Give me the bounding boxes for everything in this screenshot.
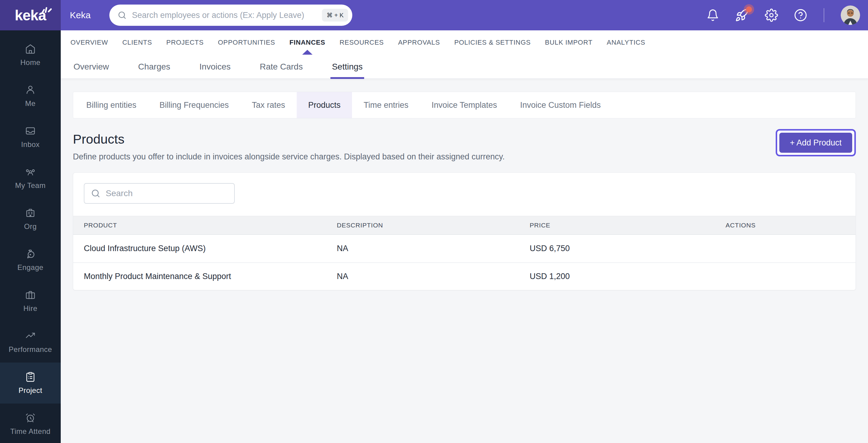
cell-price: USD 1,200 bbox=[530, 272, 725, 281]
cell-product: Cloud Infrastructure Setup (AWS) bbox=[84, 244, 337, 253]
settab-billing-frequencies[interactable]: Billing Frequencies bbox=[148, 92, 240, 118]
topbar-divider bbox=[824, 8, 824, 22]
main-area: OVERVIEW CLIENTS PROJECTS OPPORTUNITIES … bbox=[61, 30, 868, 443]
sidebar-item-time-attend[interactable]: Time Attend bbox=[0, 404, 61, 443]
search-icon bbox=[91, 188, 101, 198]
products-search-input[interactable] bbox=[106, 189, 228, 198]
column-header-description: DESCRIPTION bbox=[337, 222, 530, 229]
sidebar-item-me[interactable]: Me bbox=[0, 75, 61, 117]
bell-icon[interactable] bbox=[706, 9, 719, 22]
user-icon bbox=[25, 85, 36, 95]
sidebar-item-label: Engage bbox=[17, 263, 43, 272]
sidebar-item-label: Project bbox=[19, 386, 42, 395]
add-product-button[interactable]: + Add Product bbox=[779, 133, 852, 153]
sidebar-item-label: My Team bbox=[15, 181, 45, 190]
page-head-text: Products Define products you offer to in… bbox=[73, 132, 505, 161]
settab-tax-rates[interactable]: Tax rates bbox=[240, 92, 297, 118]
settings-tab-strip: Billing entities Billing Frequencies Tax… bbox=[73, 92, 856, 119]
column-header-product: PRODUCT bbox=[84, 222, 337, 229]
products-search[interactable] bbox=[84, 183, 235, 204]
page-description: Define products you offer to include in … bbox=[73, 152, 505, 161]
user-avatar[interactable] bbox=[841, 5, 860, 25]
help-icon[interactable] bbox=[794, 8, 807, 22]
notification-dot bbox=[746, 6, 752, 12]
products-table-header: PRODUCT DESCRIPTION PRICE ACTIONS bbox=[73, 216, 856, 235]
sidebar-item-inbox[interactable]: Inbox bbox=[0, 117, 61, 158]
sidebar-item-label: Performance bbox=[9, 345, 52, 354]
app-title: Keka bbox=[70, 10, 91, 20]
sidebar-item-org[interactable]: Org bbox=[0, 198, 61, 240]
settab-products[interactable]: Products bbox=[297, 92, 352, 118]
sidebar-item-engage[interactable]: Engage bbox=[0, 240, 61, 281]
cell-price: USD 6,750 bbox=[530, 244, 725, 253]
tab-bulk-import[interactable]: BULK IMPORT bbox=[545, 30, 592, 55]
products-panel: PRODUCT DESCRIPTION PRICE ACTIONS Cloud … bbox=[73, 172, 856, 290]
tab-finances-label: FINANCES bbox=[289, 38, 325, 46]
briefcase-icon bbox=[25, 289, 36, 300]
settab-billing-entities[interactable]: Billing entities bbox=[75, 92, 148, 118]
column-header-price: PRICE bbox=[530, 222, 725, 229]
sidebar-item-label: Org bbox=[24, 222, 37, 231]
tab-overview[interactable]: OVERVIEW bbox=[70, 30, 108, 55]
tab-analytics[interactable]: ANALYTICS bbox=[607, 30, 645, 55]
global-search-input[interactable] bbox=[132, 11, 322, 20]
page-title: Products bbox=[73, 132, 505, 147]
trending-up-icon bbox=[25, 330, 36, 341]
global-search[interactable]: ⌘ + K bbox=[109, 5, 352, 26]
active-tab-arrow bbox=[302, 50, 312, 55]
cell-description: NA bbox=[337, 244, 530, 253]
settab-invoice-custom-fields[interactable]: Invoice Custom Fields bbox=[509, 92, 613, 118]
subtab-settings[interactable]: Settings bbox=[332, 55, 363, 79]
sidebar-item-home[interactable]: Home bbox=[0, 35, 61, 75]
sidebar-item-project[interactable]: Project bbox=[0, 362, 61, 404]
home-icon bbox=[25, 43, 36, 54]
tab-projects[interactable]: PROJECTS bbox=[166, 30, 204, 55]
sidebar-item-hire[interactable]: Hire bbox=[0, 281, 61, 321]
sidebar-item-label: Home bbox=[20, 58, 40, 67]
settab-time-entries[interactable]: Time entries bbox=[352, 92, 420, 118]
search-icon bbox=[117, 10, 127, 20]
table-row[interactable]: Cloud Infrastructure Setup (AWS) NA USD … bbox=[73, 235, 856, 262]
add-product-highlight-ring: + Add Product bbox=[776, 129, 856, 156]
team-icon bbox=[25, 166, 36, 177]
alarm-clock-icon bbox=[25, 412, 36, 423]
active-subtab-indicator bbox=[331, 77, 364, 79]
page-head: Products Define products you offer to in… bbox=[73, 132, 856, 161]
settab-invoice-templates[interactable]: Invoice Templates bbox=[420, 92, 509, 118]
sidebar-item-my-team[interactable]: My Team bbox=[0, 158, 61, 198]
subtab-invoices[interactable]: Invoices bbox=[199, 55, 231, 79]
sidebar-item-label: Me bbox=[25, 99, 35, 108]
tab-clients[interactable]: CLIENTS bbox=[122, 30, 152, 55]
tab-finances[interactable]: FINANCES bbox=[289, 30, 325, 55]
column-header-actions: ACTIONS bbox=[725, 222, 856, 229]
app-window: keka Keka ⌘ + K bbox=[0, 0, 868, 443]
rocket-icon[interactable] bbox=[735, 8, 749, 22]
subtab-settings-label: Settings bbox=[332, 62, 363, 72]
cell-product: Monthly Product Maintenance & Support bbox=[84, 272, 337, 281]
inbox-icon bbox=[25, 125, 36, 136]
logo-spark-icon bbox=[40, 4, 52, 14]
keka-logo[interactable]: keka bbox=[0, 0, 61, 30]
sidebar-item-performance[interactable]: Performance bbox=[0, 321, 61, 362]
tab-approvals[interactable]: APPROVALS bbox=[398, 30, 440, 55]
engage-chat-icon bbox=[25, 248, 36, 259]
finances-sub-nav: Overview Charges Invoices Rate Cards Set… bbox=[61, 55, 868, 79]
subtab-charges[interactable]: Charges bbox=[138, 55, 170, 79]
sidebar-item-label: Inbox bbox=[21, 140, 39, 149]
subtab-rate-cards[interactable]: Rate Cards bbox=[260, 55, 303, 79]
table-row[interactable]: Monthly Product Maintenance & Support NA… bbox=[73, 262, 856, 290]
sidebar-item-label: Time Attend bbox=[10, 427, 51, 436]
top-bar: keka Keka ⌘ + K bbox=[0, 0, 868, 30]
subtab-overview[interactable]: Overview bbox=[73, 55, 109, 79]
tab-opportunities[interactable]: OPPORTUNITIES bbox=[218, 30, 275, 55]
topbar-actions bbox=[706, 0, 860, 30]
clipboard-icon bbox=[25, 371, 36, 382]
tab-resources[interactable]: RESOURCES bbox=[340, 30, 384, 55]
module-nav: OVERVIEW CLIENTS PROJECTS OPPORTUNITIES … bbox=[61, 30, 868, 55]
gear-icon[interactable] bbox=[765, 8, 778, 22]
org-building-icon bbox=[25, 208, 36, 218]
settings-content: Billing entities Billing Frequencies Tax… bbox=[61, 92, 868, 290]
cell-description: NA bbox=[337, 272, 530, 281]
sidebar-item-label: Hire bbox=[23, 304, 37, 313]
tab-policies-settings[interactable]: POLICIES & SETTINGS bbox=[454, 30, 531, 55]
